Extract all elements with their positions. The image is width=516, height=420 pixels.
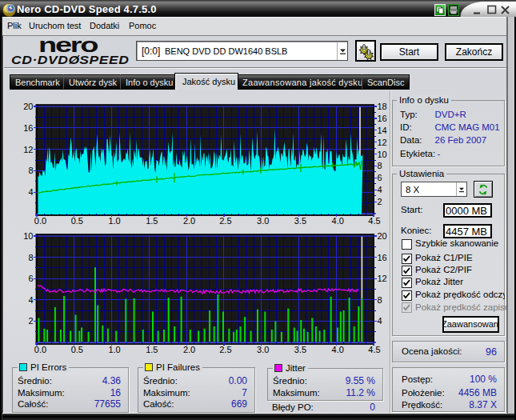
svg-text:1.5: 1.5 <box>146 216 158 226</box>
svg-text:12: 12 <box>23 145 33 154</box>
svg-text:4: 4 <box>378 316 382 326</box>
svg-text:4: 4 <box>28 187 33 197</box>
svg-text:14: 14 <box>378 126 387 135</box>
svg-text:3.0: 3.0 <box>257 216 269 226</box>
svg-text:6: 6 <box>378 173 382 182</box>
svg-text:0.5: 0.5 <box>71 345 83 354</box>
svg-text:4: 4 <box>378 185 382 194</box>
svg-text:8: 8 <box>378 161 382 170</box>
svg-text:2.0: 2.0 <box>183 345 195 354</box>
svg-text:0.5: 0.5 <box>71 216 83 226</box>
svg-text:4.5: 4.5 <box>368 345 380 354</box>
svg-text:1.5: 1.5 <box>146 345 158 354</box>
svg-text:16: 16 <box>378 114 387 123</box>
svg-text:18: 18 <box>378 102 387 111</box>
svg-text:4.0: 4.0 <box>332 345 344 354</box>
svg-text:0.0: 0.0 <box>34 345 46 354</box>
svg-text:16: 16 <box>23 123 33 133</box>
svg-text:3.5: 3.5 <box>294 345 306 354</box>
svg-text:1.0: 1.0 <box>108 216 120 226</box>
svg-text:12: 12 <box>378 274 387 283</box>
svg-text:1.0: 1.0 <box>108 345 120 354</box>
svg-text:10: 10 <box>23 231 33 241</box>
svg-text:4: 4 <box>28 295 33 305</box>
svg-text:3.0: 3.0 <box>257 345 269 354</box>
svg-text:2.0: 2.0 <box>183 216 195 226</box>
svg-text:12: 12 <box>378 138 387 147</box>
svg-text:4.5: 4.5 <box>368 216 380 226</box>
svg-text:20: 20 <box>23 102 33 111</box>
svg-text:8: 8 <box>28 166 33 175</box>
svg-text:2: 2 <box>28 316 33 326</box>
svg-text:2.5: 2.5 <box>219 216 231 226</box>
svg-text:6: 6 <box>28 274 33 283</box>
svg-text:0.0: 0.0 <box>34 216 46 226</box>
svg-text:8: 8 <box>378 295 382 305</box>
svg-text:2: 2 <box>378 197 382 206</box>
svg-text:8: 8 <box>28 253 33 262</box>
svg-text:16: 16 <box>378 253 387 262</box>
svg-text:10: 10 <box>378 150 387 159</box>
svg-text:20: 20 <box>378 231 387 241</box>
svg-text:3.5: 3.5 <box>294 216 306 226</box>
svg-text:4.0: 4.0 <box>332 216 344 226</box>
svg-text:2.5: 2.5 <box>219 345 231 354</box>
